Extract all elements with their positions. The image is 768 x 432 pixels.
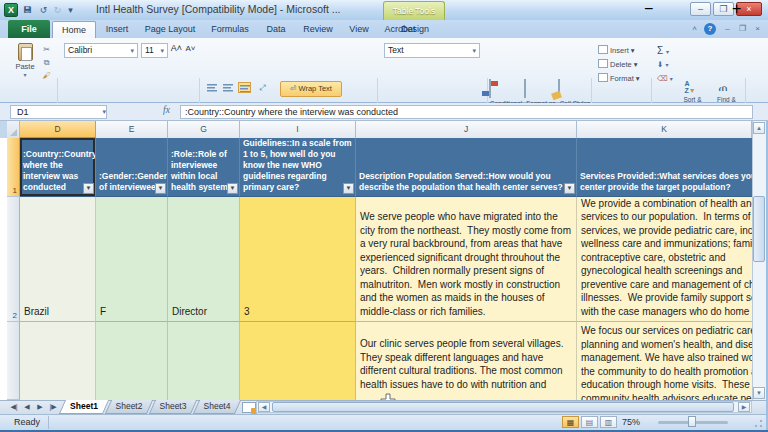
vertical-scroll-thumb[interactable] bbox=[753, 196, 765, 262]
number-format-select[interactable]: Text▾ bbox=[384, 43, 480, 58]
delete-cells-button[interactable]: Delete ▾ bbox=[598, 58, 638, 71]
zoom-out-icon[interactable]: − bbox=[644, 0, 653, 18]
undo-icon[interactable]: ↺ bbox=[37, 4, 50, 17]
tab-file[interactable]: File bbox=[8, 20, 50, 38]
cell-k1[interactable]: Services Provided::What services does yo… bbox=[577, 138, 752, 197]
doc-minimize-icon[interactable]: – bbox=[721, 23, 734, 35]
paste-dropdown-icon[interactable]: ▾ bbox=[11, 71, 39, 78]
cell-d3[interactable] bbox=[20, 322, 96, 400]
cell-g3[interactable] bbox=[168, 322, 240, 400]
tab-data[interactable]: Data bbox=[258, 21, 294, 38]
resize-grip[interactable] bbox=[752, 417, 764, 429]
column-header-i[interactable]: I bbox=[240, 121, 356, 138]
horizontal-scroll-thumb[interactable] bbox=[272, 402, 734, 412]
scroll-up-icon[interactable]: ▲ bbox=[753, 122, 765, 134]
collapse-ribbon-icon[interactable]: ˄ bbox=[688, 23, 701, 35]
tab-formulas[interactable]: Formulas bbox=[204, 21, 256, 38]
redo-icon[interactable]: ↻ bbox=[51, 4, 64, 17]
orientation-icon[interactable]: ⤢ bbox=[256, 82, 269, 93]
filter-dropdown-icon[interactable]: ▼ bbox=[227, 183, 238, 194]
tab-view[interactable]: View bbox=[342, 21, 376, 38]
shrink-font-icon[interactable]: A˅ bbox=[184, 43, 197, 54]
font-size-select[interactable]: 11▾ bbox=[141, 43, 168, 58]
doc-close-icon[interactable]: × bbox=[751, 23, 764, 35]
tab-home[interactable]: Home bbox=[52, 21, 96, 38]
page-break-view-icon[interactable]: ▥ bbox=[600, 416, 617, 428]
cell-d2[interactable]: Brazil bbox=[20, 197, 96, 322]
column-header-j[interactable]: J bbox=[356, 121, 577, 138]
formula-input[interactable]: :Country::Country where the interview wa… bbox=[180, 105, 753, 119]
format-cells-button[interactable]: Format ▾ bbox=[598, 72, 640, 85]
sheet-tab-sheet1[interactable]: Sheet1 bbox=[62, 400, 106, 414]
cell-g1[interactable]: :Role::Role of interviewee within local … bbox=[168, 138, 240, 197]
filter-dropdown-icon[interactable]: ▼ bbox=[83, 183, 94, 194]
name-box-dropdown-icon[interactable]: ▾ bbox=[102, 106, 106, 118]
tab-design[interactable]: Design bbox=[388, 21, 442, 38]
cell-i3[interactable] bbox=[240, 322, 356, 400]
save-icon[interactable]: 💾︎ bbox=[21, 4, 34, 17]
row-header-3[interactable] bbox=[7, 322, 20, 400]
cell-k3[interactable]: We focus our services on pediatric care,… bbox=[577, 322, 752, 400]
last-sheet-icon[interactable]: |▶ bbox=[47, 401, 59, 413]
sheet-tab-sheet4[interactable]: Sheet4 bbox=[196, 400, 238, 414]
cell-j3[interactable]: Our clinic serves people from several vi… bbox=[356, 322, 577, 400]
autosum-button[interactable]: Σ ▾ bbox=[657, 44, 669, 57]
cell-e1[interactable]: :Gender::Gender of interviewee▼ bbox=[96, 138, 168, 197]
zoom-slider-thumb[interactable] bbox=[688, 416, 696, 427]
prev-sheet-icon[interactable]: ◀ bbox=[21, 401, 33, 413]
zoom-in-icon[interactable]: + bbox=[732, 0, 741, 18]
align-top-icon[interactable] bbox=[206, 82, 219, 93]
minimize-button[interactable]: – bbox=[690, 2, 711, 16]
column-header-g[interactable]: G bbox=[168, 121, 240, 138]
clear-button[interactable]: ⌫ ▾ bbox=[657, 72, 673, 85]
sheet-tab-sheet3[interactable]: Sheet3 bbox=[152, 400, 194, 414]
qat-customize-icon[interactable]: ▾ bbox=[64, 4, 77, 17]
cell-e3[interactable] bbox=[96, 322, 168, 400]
tab-insert[interactable]: Insert bbox=[98, 21, 136, 38]
grow-font-icon[interactable]: A˄ bbox=[170, 43, 183, 54]
align-bottom-icon[interactable] bbox=[238, 82, 251, 93]
paste-button[interactable]: Paste ▾ bbox=[11, 43, 39, 78]
cell-d1-active[interactable]: :Country::Country where the interview wa… bbox=[20, 138, 96, 197]
tab-review[interactable]: Review bbox=[296, 21, 340, 38]
maximize-button[interactable]: ❐ bbox=[713, 2, 734, 16]
filter-dropdown-icon[interactable]: ▼ bbox=[155, 183, 166, 194]
row-header-1[interactable]: 1 bbox=[7, 138, 20, 197]
align-middle-icon[interactable] bbox=[222, 82, 235, 93]
scroll-right-icon[interactable]: ▶ bbox=[738, 402, 750, 412]
insert-worksheet-icon[interactable] bbox=[242, 402, 256, 413]
scroll-down-icon[interactable]: ▼ bbox=[753, 387, 765, 399]
normal-view-icon[interactable]: ▦ bbox=[562, 416, 579, 428]
cut-icon[interactable]: ✂ bbox=[40, 44, 53, 55]
cell-e2[interactable]: F bbox=[96, 197, 168, 322]
insert-cells-button[interactable]: Insert ▾ bbox=[598, 44, 635, 57]
first-sheet-icon[interactable]: ◀| bbox=[8, 401, 20, 413]
cell-j1[interactable]: Description Population Served::How would… bbox=[356, 138, 577, 197]
column-header-e[interactable]: E bbox=[96, 121, 168, 138]
scroll-left-icon[interactable]: ◀ bbox=[258, 402, 270, 412]
doc-restore-icon[interactable]: ❐ bbox=[736, 23, 749, 35]
font-family-select[interactable]: Calibri▾ bbox=[64, 43, 138, 58]
tab-page-layout[interactable]: Page Layout bbox=[138, 21, 202, 38]
filter-dropdown-icon[interactable]: ▼ bbox=[343, 183, 354, 194]
fill-button[interactable]: ⬇ ▾ bbox=[657, 58, 668, 71]
sheet-tab-sheet2[interactable]: Sheet2 bbox=[108, 400, 150, 414]
name-box[interactable]: D1▾ bbox=[10, 105, 107, 119]
filter-dropdown-icon[interactable]: ▼ bbox=[564, 183, 575, 194]
column-header-k[interactable]: K bbox=[577, 121, 752, 138]
column-header-d[interactable]: D bbox=[20, 121, 96, 138]
cell-i2[interactable]: 3 bbox=[240, 197, 356, 322]
cell-i1[interactable]: :Knowledge of New WHO Guidelines::In a s… bbox=[240, 138, 356, 197]
cell-j2[interactable]: We serve people who have migrated into t… bbox=[356, 197, 577, 322]
page-layout-view-icon[interactable]: ▤ bbox=[581, 416, 598, 428]
cell-g2[interactable]: Director bbox=[168, 197, 240, 322]
insert-function-icon[interactable]: fx bbox=[163, 105, 170, 115]
row-header-2[interactable]: 2 bbox=[7, 197, 20, 322]
help-icon[interactable]: ? bbox=[704, 23, 716, 35]
cell-k2[interactable]: We provide a combination of health and s… bbox=[577, 197, 752, 322]
copy-icon[interactable]: ⧉︎ bbox=[40, 57, 53, 68]
format-painter-icon[interactable]: 🖌︎ bbox=[40, 70, 53, 81]
zoom-level[interactable]: 75% bbox=[622, 417, 640, 427]
next-sheet-icon[interactable]: ▶ bbox=[34, 401, 46, 413]
wrap-text-button[interactable]: ⏎ Wrap Text bbox=[280, 81, 342, 97]
